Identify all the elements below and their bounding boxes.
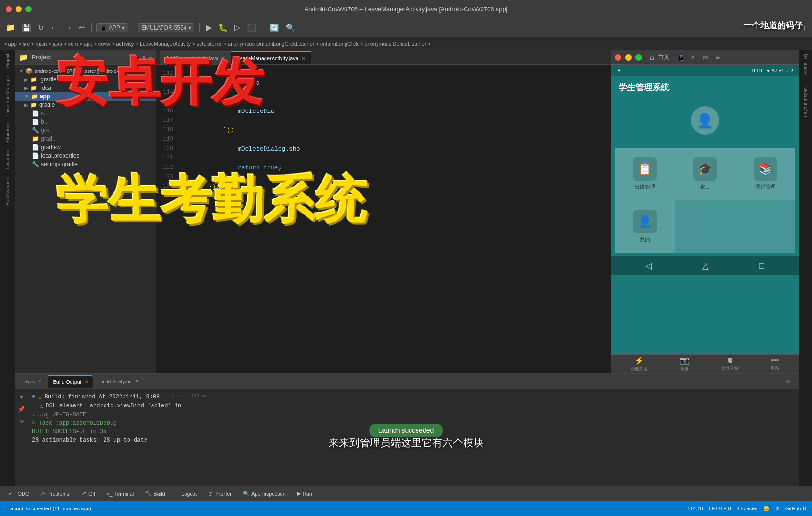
tree-item-gra[interactable]: 🔧 gra... xyxy=(15,126,156,135)
emulator-toolbar: ⚡ 外服加速 📷 录屏 ⏺ 操作录制 ••• 更多 xyxy=(611,354,799,373)
tab-buildanalyzer[interactable]: Build Analyzer ✕ xyxy=(95,375,144,388)
project-tree: ▼ 📦 android-cov-w0706-master [Android-Co… xyxy=(15,65,156,373)
speedup-label: 外服加速 xyxy=(631,366,648,372)
git-label2: Git xyxy=(88,491,95,497)
emu-menu-icon[interactable]: ≡ xyxy=(716,54,720,61)
emu-tool-oprecord[interactable]: ⏺ 操作录制 xyxy=(722,356,739,372)
tab-leavemanager[interactable]: LeaveManagerActivity.java ✕ xyxy=(231,51,311,64)
tree-item-app[interactable]: ▼ 📁 app xyxy=(15,92,156,101)
appinspection-icon: 🔍 xyxy=(243,491,249,497)
git-btn[interactable]: ⎇ Git xyxy=(76,488,100,500)
sidebar-item-project[interactable]: Project xyxy=(3,50,12,72)
status-launch-text: Launch succeeded (11 minutes ago) xyxy=(8,506,91,511)
nav-icon[interactable]: ↩ xyxy=(77,22,87,33)
emu-tool-speedup[interactable]: ⚡ 外服加速 xyxy=(631,356,648,372)
tab-addcourse-close[interactable]: ✕ xyxy=(221,56,225,61)
tree-item-root[interactable]: ▼ 📦 android-cov-w0706-master [Android-Co… xyxy=(15,67,156,75)
tree-item-gradlew[interactable]: 📄 gradlew xyxy=(15,143,156,151)
tab-sync[interactable]: Sync ✕ xyxy=(19,375,46,388)
sidebar-item-layoutinspect[interactable]: Layout Inspect... xyxy=(801,79,810,120)
sidebar-item-structure[interactable]: Structure xyxy=(3,119,12,146)
tab-buildanalyzer-close[interactable]: ✕ xyxy=(135,379,139,384)
search-icon[interactable]: 🔍 xyxy=(284,22,297,33)
minimize-button[interactable] xyxy=(16,6,22,12)
sidebar-item-favorites[interactable]: Favorites xyxy=(3,146,12,173)
code-line-125: 125 xyxy=(156,191,611,200)
code-editor[interactable]: 112 } else { 113 BastTo 114 } 115 xyxy=(156,65,611,373)
build-msg-1: ▼ ⚠ Build: finished At 2022/1/11, 9:08 □… xyxy=(32,393,795,402)
tree-item-b[interactable]: 📄 b... xyxy=(15,118,156,126)
emulator-cell-family[interactable]: 🎓 家... xyxy=(675,148,735,200)
side-panel-labels: Project Resource Manager Structure Favor… xyxy=(0,50,15,209)
project-minus-icon[interactable]: − xyxy=(149,55,152,60)
forward-icon[interactable]: → xyxy=(63,23,74,33)
class-icon: 📋 xyxy=(633,157,657,181)
terminal-btn[interactable]: >_ Terminal xyxy=(102,488,138,500)
emu-max-btn[interactable] xyxy=(635,54,642,61)
emu-tool-more[interactable]: ••• 更多 xyxy=(771,356,779,372)
tab-buildoutput-close[interactable]: ✕ xyxy=(84,379,88,384)
logcat-btn[interactable]: ≡ Logcat xyxy=(172,488,201,500)
save-icon[interactable]: 💾 xyxy=(20,22,33,33)
build-btn[interactable]: 🔨 Build xyxy=(140,488,169,500)
app-title-text: 学生管理系统 xyxy=(619,83,669,92)
emu-close-tab[interactable]: ✕ xyxy=(691,54,695,61)
home-icon[interactable]: ⌂ xyxy=(650,53,654,62)
emulator-cell-mine[interactable]: 👤 我的 xyxy=(615,200,675,253)
record-icon: 📷 xyxy=(680,356,689,365)
sidebar-item-eventlog[interactable]: Event Log xyxy=(801,50,810,79)
tree-item-gradle2[interactable]: ▶ 📁 gradle xyxy=(15,101,156,109)
maximize-button[interactable] xyxy=(25,6,32,12)
app-dropdown[interactable]: 📱 APP ▾ xyxy=(96,23,128,32)
nav-home-icon[interactable]: △ xyxy=(702,261,709,271)
emu-tool-record[interactable]: 📷 录屏 xyxy=(680,356,689,372)
build-settings-icon[interactable]: ⚙ xyxy=(781,378,795,385)
project-sort-icon[interactable]: ≡ xyxy=(142,55,145,60)
nav-recents-icon[interactable]: □ xyxy=(759,261,764,271)
emu-mail-icon[interactable]: ✉ xyxy=(703,54,708,61)
close-button[interactable] xyxy=(6,6,12,12)
tree-item-idea[interactable]: ▶ 📁 .idea xyxy=(15,84,156,92)
folder-icon[interactable]: 📁 xyxy=(4,22,17,33)
more-run-icon[interactable]: ▷ xyxy=(233,22,242,33)
build-eye-icon[interactable]: 👁 xyxy=(18,417,25,426)
status-launch[interactable]: Launch succeeded (11 minutes ago) xyxy=(6,506,93,511)
build-collapse-icon[interactable]: ▼ xyxy=(18,393,25,401)
refresh-icon[interactable]: ↻ xyxy=(36,22,46,33)
tree-item-s[interactable]: 📄 s... xyxy=(15,109,156,118)
tab-buildoutput[interactable]: Build Output ✕ xyxy=(48,375,93,388)
build-pin-icon[interactable]: 📌 xyxy=(17,405,26,413)
sidebar-item-resource[interactable]: Resource Manager xyxy=(3,72,12,119)
sync-icon[interactable]: 🔄 xyxy=(268,22,281,33)
emulator-cell-class[interactable]: 📋 班级管理 xyxy=(615,148,675,200)
emulator-cell-course[interactable]: 📚 课程管理 xyxy=(735,148,795,200)
tree-item-gradlefolder[interactable]: 📁 grad... xyxy=(15,135,156,143)
stop-icon[interactable]: ⬛ xyxy=(245,22,258,33)
problems-btn[interactable]: ⚠ Problems xyxy=(36,488,74,500)
tree-item-gradle[interactable]: ▶ 📁 .gradle xyxy=(15,75,156,84)
run-icon[interactable]: ▶ xyxy=(204,22,214,33)
appinspection-btn[interactable]: 🔍 App Inspection xyxy=(238,488,290,500)
emu-min-btn[interactable] xyxy=(625,54,632,61)
nav-back-icon[interactable]: ◁ xyxy=(645,261,652,271)
emulator-dropdown[interactable]: EMULATOR-5554 ▾ xyxy=(138,23,194,32)
tab-addcourse[interactable]: AddCourseActivity.java ✕ xyxy=(160,51,231,64)
back-icon[interactable]: ← xyxy=(48,23,60,33)
todo-btn[interactable]: ✓ TODO xyxy=(4,488,34,500)
tab-sync-close[interactable]: ✕ xyxy=(38,379,41,384)
profiler-btn[interactable]: ⏱ Profiler xyxy=(203,488,236,500)
course-label: 课程管理 xyxy=(755,183,776,191)
tab-leavemanager-close[interactable]: ✕ xyxy=(301,56,305,61)
debug-icon[interactable]: 🐛 xyxy=(217,22,230,33)
run-btn[interactable]: ▶ Run xyxy=(292,488,317,500)
tree-item-localprops[interactable]: 📄 local.properties xyxy=(15,151,156,160)
emu-close-btn[interactable] xyxy=(615,54,621,61)
build-hammer-icon: 🔨 xyxy=(145,491,152,497)
project-gear-icon[interactable]: ⚙ xyxy=(134,54,138,60)
wifi-icon: ▼ xyxy=(617,68,622,73)
breadcrumb: > app > src > main > java > com > app > … xyxy=(0,37,812,50)
sidebar-item-buildvariants[interactable]: Build Variants xyxy=(3,173,12,209)
todo-icon: ✓ xyxy=(8,491,13,497)
tree-item-settingsgradle[interactable]: 🔧 settings.gradle xyxy=(15,160,156,168)
tree-item-idea-label: .idea xyxy=(39,85,51,91)
